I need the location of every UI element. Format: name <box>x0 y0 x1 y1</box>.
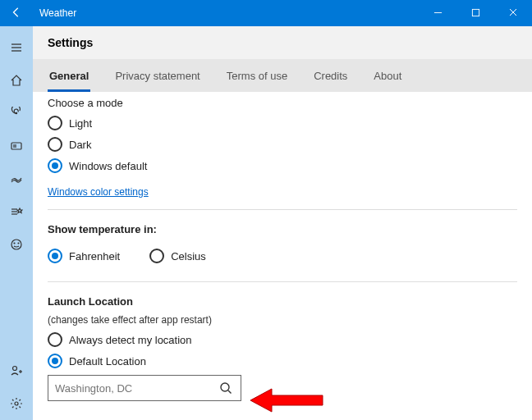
feedback-icon[interactable] <box>0 228 33 261</box>
radio-label: Fahrenheit <box>69 250 120 262</box>
location-input[interactable] <box>55 382 218 395</box>
radio-light[interactable]: Light <box>48 116 517 130</box>
radio-label: Default Location <box>69 355 146 368</box>
radio-icon <box>48 332 62 347</box>
color-settings-link[interactable]: Windows color settings <box>48 186 149 198</box>
radio-icon <box>48 137 62 152</box>
home-icon[interactable] <box>0 64 33 97</box>
app-title: Weather <box>33 7 419 19</box>
radio-icon <box>149 249 164 263</box>
radio-label: Dark <box>69 139 91 151</box>
tab-credits[interactable]: Credits <box>300 59 360 92</box>
titlebar: Weather <box>0 0 532 26</box>
divider <box>48 281 517 282</box>
news-icon[interactable] <box>0 130 33 162</box>
radio-icon <box>48 249 62 263</box>
tab-privacy[interactable]: Privacy statement <box>102 59 213 92</box>
radio-fahrenheit[interactable]: Fahrenheit <box>48 249 120 263</box>
mode-heading: Choose a mode <box>48 97 517 109</box>
radio-windows-default[interactable]: Windows default <box>48 158 517 173</box>
favorites-icon[interactable] <box>0 195 33 228</box>
launch-subtext: (changes take effect after app restart) <box>48 314 517 326</box>
svg-rect-8 <box>11 143 21 149</box>
account-icon[interactable] <box>0 354 33 387</box>
settings-icon[interactable] <box>0 387 33 420</box>
svg-point-14 <box>11 240 21 249</box>
tab-about[interactable]: About <box>360 59 415 92</box>
radio-label: Always detect my location <box>69 334 192 346</box>
svg-point-7 <box>16 112 16 113</box>
minimize-button[interactable] <box>419 8 456 19</box>
radio-label: Light <box>69 117 92 130</box>
svg-point-20 <box>15 402 18 405</box>
tabs: General Privacy statement Terms of use C… <box>33 59 532 92</box>
tab-general[interactable]: General <box>36 59 102 92</box>
settings-pane: Choose a mode Light Dark Windows default… <box>33 92 532 420</box>
maximize-button[interactable] <box>456 8 494 19</box>
hourly-icon[interactable] <box>0 162 33 195</box>
radio-icon <box>48 158 62 173</box>
radio-dark[interactable]: Dark <box>48 137 517 152</box>
close-button[interactable] <box>494 7 532 19</box>
tab-terms[interactable]: Terms of use <box>213 59 300 92</box>
back-button[interactable] <box>0 7 33 21</box>
launch-heading: Launch Location <box>48 295 517 308</box>
radar-icon[interactable] <box>0 97 33 130</box>
temperature-heading: Show temperature in: <box>48 223 517 235</box>
svg-point-15 <box>14 243 15 244</box>
hamburger-icon[interactable] <box>0 31 33 64</box>
radio-icon <box>48 354 62 368</box>
sidebar <box>0 26 33 420</box>
svg-point-21 <box>221 383 229 391</box>
radio-label: Celsius <box>171 250 206 262</box>
svg-rect-1 <box>472 9 479 16</box>
radio-default-location[interactable]: Default Location <box>48 354 517 368</box>
radio-detect-location[interactable]: Always detect my location <box>48 332 517 347</box>
radio-celsius[interactable]: Celsius <box>149 249 206 263</box>
svg-line-22 <box>228 390 232 394</box>
radio-label: Windows default <box>69 160 147 172</box>
location-search[interactable] <box>48 375 241 401</box>
page-title: Settings <box>33 26 532 59</box>
svg-point-16 <box>18 243 19 244</box>
radio-icon <box>48 116 62 130</box>
search-icon[interactable] <box>218 381 234 395</box>
divider <box>48 209 517 210</box>
svg-point-17 <box>13 367 17 371</box>
